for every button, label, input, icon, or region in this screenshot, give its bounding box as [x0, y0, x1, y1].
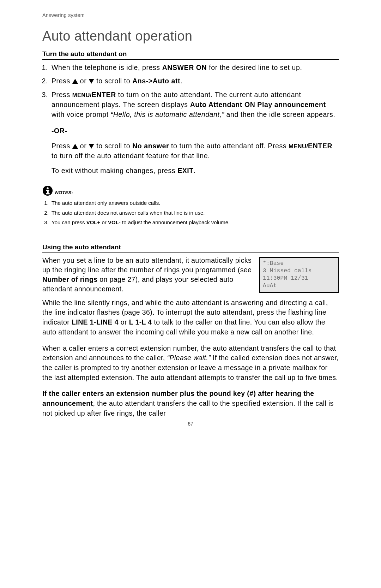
- step-1: When the telephone is idle, press ANSWER…: [50, 63, 339, 72]
- or-step-text-a: Press: [52, 142, 72, 150]
- key-enter: ENTER: [92, 91, 116, 99]
- info-icon: [42, 185, 53, 196]
- lcd-line-3: 11:30PM 12/31: [263, 275, 335, 282]
- step-2-text-b: or: [78, 77, 89, 85]
- step-1-text-a: When the telephone is idle, press: [52, 64, 162, 71]
- down-arrow-icon: [89, 79, 94, 84]
- key-line-4: LINE 4: [96, 318, 119, 326]
- p2-dash2: -: [139, 318, 142, 326]
- step-2-text-d: .: [180, 77, 182, 85]
- ref-number-of-rings: Number of rings: [42, 275, 97, 283]
- step-3: Press MENU/ENTER to turn on the auto att…: [50, 90, 339, 120]
- breadcrumb: Answering system: [42, 12, 339, 18]
- menu-path-ans-autoatt: Ans->Auto att: [132, 77, 180, 85]
- using-paragraph-2: While the line silently rings, and while…: [42, 298, 339, 337]
- note-2: The auto attendant does not answer calls…: [50, 209, 339, 217]
- step-3-text-c: with voice prompt: [52, 111, 111, 118]
- section-divider: [42, 253, 339, 253]
- key-l-4: L 4: [142, 318, 152, 326]
- note-3-a: You can press: [52, 219, 86, 225]
- notes-block: NOTES: The auto attendant only answers o…: [42, 185, 339, 226]
- section-using-title: Using the auto attendant: [42, 243, 339, 252]
- screen-text-auto-attendant-on: Auto Attendant ON Play announcement: [190, 101, 326, 108]
- using-paragraph-3: When a caller enters a correct extension…: [42, 344, 339, 383]
- key-line-1: LINE 1: [72, 318, 94, 326]
- key-l-1: L 1: [129, 318, 139, 326]
- or-step-text-c: to scroll to: [94, 142, 132, 150]
- step-2-text-a: Press: [52, 77, 72, 85]
- or-label: -OR-: [52, 126, 339, 136]
- notes-label: NOTES:: [55, 190, 73, 196]
- exit-text-a: To exit without making changes, press: [52, 167, 177, 174]
- page-number: 67: [42, 421, 339, 427]
- or-step-text-b: or: [78, 142, 89, 150]
- page-title: Auto attendant operation: [42, 29, 339, 44]
- lcd-line-1: *:Base: [263, 260, 335, 267]
- step-3-text-a: Press: [52, 91, 72, 99]
- voice-prompt-hello: “Hello, this is automatic attendant,”: [111, 111, 224, 118]
- or-step-text-e: to turn off the auto attendant feature f…: [52, 152, 210, 160]
- notes-list: The auto attendant only answers outside …: [42, 199, 339, 226]
- step-3-text-d: and then the idle screen appears.: [224, 111, 335, 118]
- svg-point-1: [47, 188, 49, 190]
- step-1-text-b: for the desired line to set up.: [207, 64, 302, 71]
- or-step-text-d: to turn the auto attendant off. Press: [169, 142, 289, 150]
- key-vol-minus: VOL-: [108, 219, 121, 225]
- key-menu: MENU/: [289, 143, 308, 150]
- key-answer-on: ANSWER ON: [162, 64, 207, 71]
- menu-no-answer: No answer: [132, 142, 169, 150]
- up-arrow-icon: [72, 79, 78, 84]
- voice-prompt-please-wait: “Please wait.”: [167, 354, 211, 362]
- steps-list: When the telephone is idle, press ANSWER…: [42, 63, 339, 119]
- down-arrow-icon: [89, 144, 94, 149]
- section-turn-on-title: Turn the auto attendant on: [42, 50, 339, 59]
- key-menu: MENU/: [72, 92, 92, 99]
- key-vol-plus: VOL+: [86, 219, 101, 225]
- or-step: Press or to scroll to No answer to turn …: [52, 141, 339, 161]
- step-2-text-c: to scroll to: [94, 77, 132, 85]
- note-1: The auto attendant only answers outside …: [50, 199, 339, 207]
- using-intro-a: When you set a line to be an auto attend…: [42, 256, 252, 274]
- lcd-screen: *:Base 3 Missed calls 11:30PM 12/31 AuAt: [259, 257, 339, 293]
- section-divider: [42, 59, 339, 60]
- p2-dash1: -: [94, 318, 96, 326]
- key-enter: ENTER: [308, 142, 332, 150]
- lcd-line-4: AuAt: [263, 282, 335, 290]
- step-2: Press or to scroll to Ans->Auto att.: [50, 76, 339, 86]
- lcd-line-2: 3 Missed calls: [263, 267, 335, 275]
- using-paragraph-4: If the caller enters an extension number…: [42, 389, 339, 418]
- note-3-b: or: [100, 219, 108, 225]
- using-intro: When you set a line to be an auto attend…: [42, 256, 252, 294]
- note-3-c: to adjust the announcement playback volu…: [121, 219, 230, 225]
- note-3: You can press VOL+ or VOL- to adjust the…: [50, 218, 339, 226]
- exit-step: To exit without making changes, press EX…: [52, 166, 339, 176]
- key-exit: EXIT: [177, 167, 194, 174]
- svg-rect-4: [46, 193, 49, 195]
- up-arrow-icon: [72, 144, 78, 149]
- exit-text-b: .: [194, 167, 196, 174]
- p2-b: or: [119, 318, 129, 326]
